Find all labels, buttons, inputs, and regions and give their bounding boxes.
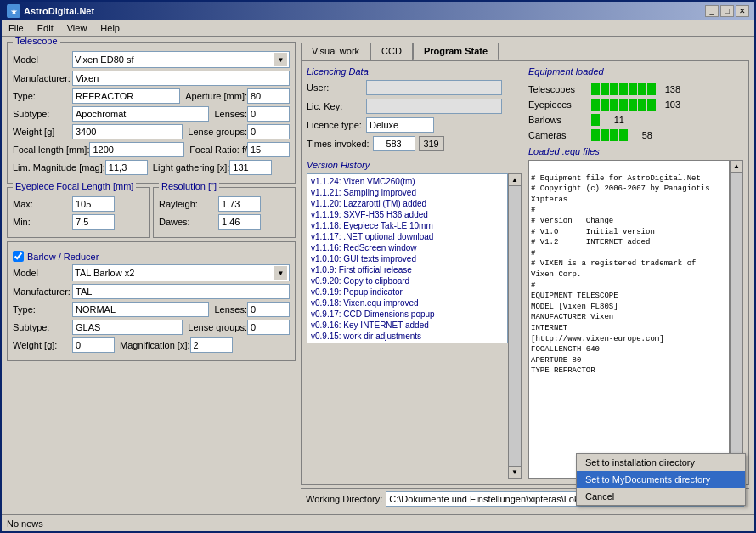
eyepiece-min-input[interactable] <box>72 214 115 230</box>
tabs-container: Visual work CCD Program State Licencing … <box>301 42 749 485</box>
telescope-lightgathering-input[interactable] <box>229 160 272 175</box>
version-item[interactable]: v0.9.18: Vixen.equ improved <box>309 298 505 309</box>
licencing-title: Licencing Data <box>307 66 522 77</box>
telescope-type-row: Type: Aperture [mm]: <box>13 88 290 104</box>
telescope-focal-ratio-input[interactable] <box>247 142 290 157</box>
tab-program-state[interactable]: Program State <box>413 43 499 60</box>
context-menu-item-mydocs[interactable]: Set to MyDocuments directory <box>577 471 745 488</box>
barlow-model-value: TAL Barlow x2 <box>75 268 134 278</box>
barlows-progress <box>591 114 600 126</box>
close-button[interactable]: ✕ <box>736 5 749 17</box>
barlow-lense-groups-input[interactable] <box>247 320 290 335</box>
barlow-magnification-input[interactable] <box>190 337 233 353</box>
equ-scroll-up[interactable]: ▲ <box>731 161 742 173</box>
main-content: Telescope Model Vixen ED80 sf ▼ Manufact… <box>2 37 754 514</box>
equipment-title: Equipment loaded <box>528 66 743 77</box>
scroll-track <box>509 186 521 466</box>
telescope-model-arrow[interactable]: ▼ <box>274 53 287 66</box>
version-item[interactable]: v0.9.14: Televue (tm) support <box>309 342 505 343</box>
maximize-button[interactable]: □ <box>720 5 734 17</box>
telescope-subtype-row: Subtype: Lenses: <box>13 106 290 122</box>
telescope-model-row: Model Vixen ED80 sf ▼ <box>13 51 290 68</box>
telescope-weight-input[interactable] <box>72 124 183 139</box>
telescope-model-dropdown[interactable]: Vixen ED80 sf ▼ <box>72 51 290 68</box>
telescope-lense-groups-label: Lense groups: <box>188 127 247 137</box>
cameras-equip-row: Cameras 58 <box>528 129 743 141</box>
version-item[interactable]: v0.9.17: CCD Dimensions popup <box>309 309 505 320</box>
context-menu-item-cancel[interactable]: Cancel <box>577 488 745 505</box>
tab-program-right: Equipment loaded Telescopes <box>528 66 743 479</box>
telescope-focal-length-input[interactable] <box>89 142 184 157</box>
version-item[interactable]: v1.1.20: Lazzarotti (TM) added <box>309 198 505 209</box>
resolution-group-title: Resolution ["] <box>159 181 219 191</box>
menu-view[interactable]: View <box>64 22 91 34</box>
barlow-weight-input[interactable] <box>72 337 115 353</box>
eyepiece-max-input[interactable] <box>72 196 115 212</box>
version-item[interactable]: v1.1.18: Eyepiece Tak-LE 10mm <box>309 220 505 231</box>
resolution-rayleigh-input[interactable] <box>218 196 261 212</box>
tab-bar: Visual work CCD Program State <box>301 42 749 61</box>
barlow-model-dropdown[interactable]: TAL Barlow x2 ▼ <box>72 264 290 281</box>
eyepieces-progress <box>591 99 656 111</box>
eyepiece-max-row: Max: <box>13 196 144 212</box>
progress-block <box>638 83 646 95</box>
eyepieces-label: Eyepieces <box>528 99 588 110</box>
minimize-button[interactable]: _ <box>705 5 719 17</box>
telescope-aperture-input[interactable] <box>247 88 290 104</box>
menu-file[interactable]: File <box>5 22 27 34</box>
times-row: Times invoked: 319 <box>307 136 522 151</box>
version-item[interactable]: v1.1.19: SXVF-H35 H36 added <box>309 209 505 220</box>
version-item[interactable]: v1.0.9: First official release <box>309 264 505 275</box>
menu-help[interactable]: Help <box>97 22 123 34</box>
times-button[interactable]: 319 <box>419 136 444 151</box>
version-list[interactable]: v1.1.24: Vixen VMC260(tm) v1.1.21: Sampl… <box>307 173 508 343</box>
barlow-type-input[interactable] <box>72 302 209 317</box>
resolution-dawes-input[interactable] <box>218 214 261 230</box>
menu-bar: File Edit View Help <box>2 20 754 37</box>
equ-files-content[interactable]: # Equipment file for AstroDigital.Net # … <box>528 160 730 479</box>
barlow-subtype-input[interactable] <box>72 320 183 335</box>
barlow-model-arrow[interactable]: ▼ <box>274 266 287 280</box>
lic-type-input[interactable] <box>366 117 434 133</box>
user-row: User: <box>307 80 522 95</box>
resolution-group: Resolution ["] Rayleigh: Dawes: <box>153 187 296 238</box>
equ-scroll-track <box>731 173 742 466</box>
version-item[interactable]: v0.9.16: Key INTERNET added <box>309 320 505 331</box>
barlow-lenses-input[interactable] <box>247 302 290 317</box>
telescope-limmag-input[interactable] <box>105 160 148 175</box>
tab-visual-work[interactable]: Visual work <box>301 43 370 60</box>
version-item[interactable]: v1.0.10: GUI texts improved <box>309 253 505 264</box>
barlow-model-label: Model <box>13 268 72 278</box>
telescope-lense-groups-input[interactable] <box>247 124 290 139</box>
telescope-subtype-input[interactable] <box>72 106 209 122</box>
progress-block <box>591 114 600 126</box>
telescope-type-input[interactable] <box>72 88 180 104</box>
version-item[interactable]: v1.1.17: .NET optional download <box>309 231 505 242</box>
barlow-lense-groups-label: Lense groups: <box>188 322 247 332</box>
context-menu-item-install[interactable]: Set to installation directory <box>577 454 745 471</box>
eyepiece-min-label: Min: <box>13 217 72 227</box>
barlow-checkbox[interactable] <box>13 251 24 262</box>
menu-edit[interactable]: Edit <box>34 22 57 34</box>
telescope-manufacturer-input[interactable] <box>72 71 290 86</box>
version-item[interactable]: v0.9.20: Copy to clipboard <box>309 275 505 286</box>
version-scrollbar[interactable]: ▲ ▼ <box>508 173 522 479</box>
version-item[interactable]: v0.9.19: Popup indicator <box>309 286 505 298</box>
equ-scrollbar[interactable]: ▲ ▼ <box>730 160 743 479</box>
barlow-manufacturer-input[interactable] <box>72 284 290 299</box>
version-item[interactable]: v1.1.16: RedScreen window <box>309 242 505 253</box>
times-input[interactable] <box>373 136 415 151</box>
telescope-lenses-label: Lenses: <box>214 109 247 119</box>
user-input[interactable] <box>366 80 502 95</box>
version-item[interactable]: v1.1.24: Vixen VMC260(tm) <box>309 176 505 187</box>
version-item[interactable]: v1.1.21: Sampling improved <box>309 187 505 198</box>
context-menu: Set to installation directory Set to MyD… <box>576 453 746 506</box>
scroll-up-button[interactable]: ▲ <box>509 174 521 186</box>
telescope-lenses-input[interactable] <box>247 106 290 122</box>
tab-ccd[interactable]: CCD <box>370 43 413 60</box>
scroll-down-button[interactable]: ▼ <box>509 466 521 478</box>
lic-key-input[interactable] <box>366 99 502 114</box>
version-item[interactable]: v0.9.15: work dir adjustments <box>309 331 505 342</box>
equ-files-title: Loaded .equ files <box>528 146 743 156</box>
progress-block <box>601 99 609 111</box>
